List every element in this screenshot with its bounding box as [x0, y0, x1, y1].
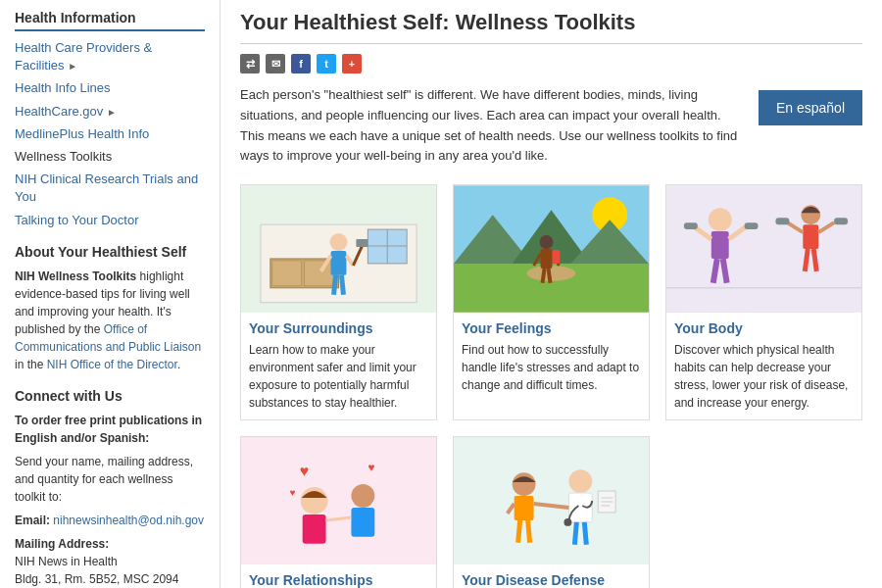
- card-relationships-svg: ♥ ♥ ♥: [241, 437, 436, 564]
- svg-point-8: [330, 233, 348, 251]
- card-disease-title[interactable]: Your Disease Defense: [462, 572, 641, 588]
- card-surroundings[interactable]: Your Surroundings Learn how to make your…: [240, 184, 437, 420]
- card-surroundings-desc: Learn how to make your environment safer…: [249, 341, 428, 412]
- svg-line-15: [341, 275, 343, 295]
- about-link-director[interactable]: NIH Office of the Director: [47, 358, 177, 371]
- toolkit-grid: Your Surroundings Learn how to make your…: [240, 184, 862, 588]
- sidebar-section-title: Health Information: [15, 10, 205, 31]
- svg-rect-6: [272, 261, 302, 286]
- svg-rect-43: [775, 218, 789, 224]
- svg-point-59: [568, 469, 592, 493]
- page-title: Your Healthiest Self: Wellness Toolkits: [240, 10, 862, 44]
- connect-email-line: Email: nihnewsinhealth@od.nih.gov: [15, 512, 205, 529]
- card-relationships-image: ♥ ♥ ♥: [241, 437, 436, 564]
- svg-point-55: [351, 484, 374, 508]
- svg-text:♥: ♥: [290, 487, 296, 498]
- card-body-svg: [666, 185, 861, 313]
- share-icon-generic[interactable]: ⇄: [240, 54, 260, 74]
- card-feelings-image: [454, 185, 649, 313]
- svg-line-28: [543, 269, 545, 283]
- svg-text:♥: ♥: [300, 463, 309, 479]
- svg-rect-49: [241, 438, 436, 564]
- card-feelings-desc: Find out how to successfully handle life…: [462, 341, 641, 394]
- about-text-3: .: [177, 358, 180, 371]
- card-feelings[interactable]: Your Feelings Find out how to successful…: [453, 184, 650, 420]
- card-body-body: Your Body Discover which physical health…: [666, 313, 861, 419]
- about-section: About Your Healthiest Self NIH Wellness …: [15, 244, 205, 373]
- card-feelings-body: Your Feelings Find out how to successful…: [454, 313, 649, 402]
- svg-line-38: [713, 259, 717, 283]
- svg-point-61: [564, 518, 571, 526]
- share-icon-facebook[interactable]: f: [291, 54, 311, 74]
- sidebar-link-nih-clinical[interactable]: NIH Clinical Research Trials and You: [15, 171, 205, 206]
- share-bar: ⇄ ✉ f t +: [240, 54, 862, 74]
- sidebar-link-healthcare-gov[interactable]: HealthCare.gov ►: [15, 103, 205, 121]
- svg-rect-31: [666, 186, 861, 313]
- card-disease-body: Your Disease Defense Find out what steps…: [454, 564, 649, 588]
- card-surroundings-svg: [241, 185, 436, 313]
- card-disease-svg: [454, 437, 649, 564]
- card-relationships[interactable]: ♥ ♥ ♥ Y: [240, 436, 437, 588]
- about-text: NIH Wellness Toolkits highlight evidence…: [15, 268, 205, 373]
- svg-rect-41: [803, 224, 818, 249]
- connect-mailing-label: Mailing Address:: [15, 537, 109, 551]
- svg-line-68: [518, 520, 520, 543]
- svg-rect-9: [331, 251, 347, 275]
- connect-mailing-block: Mailing Address: NIH News in Health Bldg…: [15, 535, 205, 588]
- card-surroundings-title[interactable]: Your Surroundings: [249, 320, 428, 336]
- card-body-desc: Discover which physical health habits ca…: [674, 341, 854, 412]
- connect-email-link[interactable]: nihnewsinhealth@od.nih.gov: [53, 514, 204, 527]
- about-text-2: in the: [15, 358, 47, 371]
- intro-text: Each person's "healthiest self" is diffe…: [240, 85, 744, 167]
- about-bold: NIH Wellness Toolkits: [15, 270, 136, 283]
- card-feelings-title[interactable]: Your Feelings: [462, 320, 641, 336]
- card-surroundings-image: [241, 185, 436, 313]
- svg-rect-45: [834, 218, 848, 224]
- card-body-title[interactable]: Your Body: [674, 320, 854, 336]
- sidebar-link-medlineplus[interactable]: MedlinePlus Health Info: [15, 125, 205, 143]
- connect-mailing-line1: NIH News in Health: [15, 555, 118, 568]
- sidebar-link-info-lines[interactable]: Health Info Lines: [15, 79, 205, 97]
- card-body-image: [666, 185, 861, 313]
- card-disease-image: [454, 437, 649, 564]
- svg-rect-33: [711, 231, 729, 259]
- svg-line-29: [549, 269, 551, 283]
- sidebar-link-wellness-toolkits: Wellness Toolkits: [15, 148, 205, 166]
- svg-line-14: [334, 275, 336, 295]
- card-relationships-title[interactable]: Your Relationships: [249, 572, 428, 588]
- sidebar-link-providers[interactable]: Health Care Providers & Facilities ►: [15, 39, 205, 74]
- intro-area: Each person's "healthiest self" is diffe…: [240, 85, 862, 167]
- svg-point-64: [513, 472, 536, 496]
- connect-order-label: To order free print publications in Engl…: [15, 414, 202, 445]
- svg-rect-58: [454, 438, 649, 564]
- connect-order-text: To order free print publications in Engl…: [15, 412, 205, 447]
- svg-line-63: [584, 522, 586, 545]
- connect-title: Connect with Us: [15, 388, 205, 404]
- share-icon-plus[interactable]: +: [342, 54, 362, 74]
- connect-mailing-line2: Bldg. 31, Rm. 5B52, MSC 2094: [15, 572, 178, 586]
- svg-rect-13: [356, 239, 368, 247]
- svg-line-62: [574, 522, 576, 545]
- connect-send-text: Send your name, mailing address, and qua…: [15, 453, 205, 506]
- svg-rect-35: [684, 222, 698, 229]
- svg-rect-30: [552, 250, 560, 264]
- svg-line-47: [813, 249, 816, 271]
- main-content: Your Healthiest Self: Wellness Toolkits …: [220, 0, 882, 588]
- share-icon-email[interactable]: ✉: [266, 54, 285, 74]
- card-body[interactable]: Your Body Discover which physical health…: [665, 184, 862, 420]
- svg-rect-56: [351, 508, 374, 537]
- svg-line-39: [723, 259, 727, 283]
- svg-line-46: [805, 249, 808, 271]
- svg-point-24: [540, 235, 554, 249]
- connect-section: Connect with Us To order free print publ…: [15, 388, 205, 588]
- svg-rect-37: [745, 222, 759, 229]
- share-icon-twitter[interactable]: t: [317, 54, 336, 74]
- sidebar: Health Information Health Care Providers…: [0, 0, 220, 588]
- sidebar-link-talking-doctor[interactable]: Talking to Your Doctor: [15, 212, 205, 229]
- svg-line-69: [528, 520, 530, 543]
- espanol-button[interactable]: En español: [759, 90, 862, 125]
- card-relationships-body: Your Relationships Learn how to create p…: [241, 564, 436, 588]
- svg-rect-25: [541, 249, 553, 269]
- svg-point-32: [709, 208, 732, 231]
- card-disease[interactable]: Your Disease Defense Find out what steps…: [453, 436, 650, 588]
